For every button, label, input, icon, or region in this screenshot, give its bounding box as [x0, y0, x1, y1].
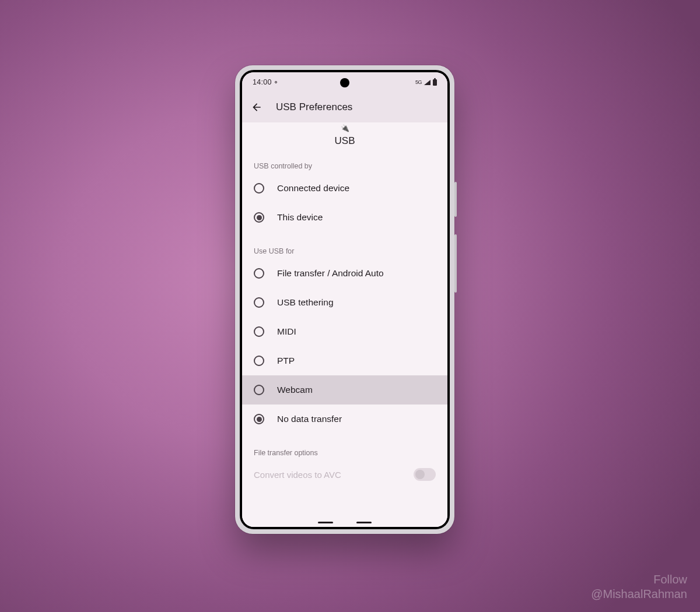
watermark-line1: Follow	[591, 572, 687, 587]
arrow-left-icon	[251, 101, 262, 113]
radio-usb-tethering[interactable]: USB tethering	[242, 288, 447, 317]
watermark: Follow @MishaalRahman	[591, 572, 687, 602]
radio-icon	[254, 414, 264, 424]
phone-device-frame: 14:00 5G USB Preferences 🔌	[235, 65, 454, 534]
usb-icon: 🔌	[341, 125, 349, 132]
radio-label: USB tethering	[277, 297, 334, 308]
app-bar: USB Preferences	[242, 92, 447, 122]
toggle-convert-avc[interactable]: Convert videos to AVC	[242, 460, 447, 488]
switch-off-icon[interactable]	[414, 468, 436, 481]
phone-screen: 14:00 5G USB Preferences 🔌	[242, 72, 447, 527]
radio-label: MIDI	[277, 326, 296, 337]
side-button	[454, 182, 457, 217]
radio-ptp[interactable]: PTP	[242, 346, 447, 375]
settings-content[interactable]: 🔌 USB USB controlled by Connected device…	[242, 122, 447, 527]
status-indicator-icon	[275, 81, 277, 83]
radio-webcam[interactable]: Webcam	[242, 375, 447, 405]
radio-no-data-transfer[interactable]: No data transfer	[242, 405, 447, 434]
toggle-label: Convert videos to AVC	[254, 470, 341, 480]
battery-icon	[433, 79, 437, 86]
section-title-file-transfer: File transfer options	[242, 434, 447, 460]
radio-label: PTP	[277, 356, 295, 366]
radio-midi[interactable]: MIDI	[242, 317, 447, 346]
phone-bezel: 14:00 5G USB Preferences 🔌	[240, 70, 450, 529]
radio-label: Webcam	[277, 385, 313, 395]
radio-label: This device	[277, 212, 323, 223]
section-title-controlled-by: USB controlled by	[242, 147, 447, 174]
usb-header-label: USB	[335, 135, 355, 147]
radio-icon	[254, 268, 264, 279]
radio-icon	[254, 385, 264, 395]
radio-label: Connected device	[277, 183, 349, 194]
signal-icon	[424, 80, 430, 85]
back-button[interactable]	[250, 101, 263, 114]
radio-this-device[interactable]: This device	[242, 203, 447, 232]
radio-connected-device[interactable]: Connected device	[242, 174, 447, 203]
radio-icon	[254, 326, 264, 337]
page-title: USB Preferences	[276, 101, 352, 113]
radio-label: File transfer / Android Auto	[277, 268, 384, 279]
radio-label: No data transfer	[277, 414, 342, 424]
watermark-line2: @MishaalRahman	[591, 587, 687, 602]
usb-header: 🔌 USB	[242, 122, 447, 147]
radio-icon	[254, 297, 264, 308]
radio-icon	[254, 212, 264, 223]
camera-punch-hole	[340, 78, 349, 87]
network-label: 5G	[415, 79, 422, 85]
radio-icon	[254, 356, 264, 366]
gesture-nav-bar	[318, 522, 372, 523]
radio-file-transfer[interactable]: File transfer / Android Auto	[242, 259, 447, 288]
status-time: 14:00	[253, 78, 272, 86]
radio-icon	[254, 183, 264, 194]
section-title-use-for: Use USB for	[242, 232, 447, 259]
side-button	[454, 234, 457, 293]
